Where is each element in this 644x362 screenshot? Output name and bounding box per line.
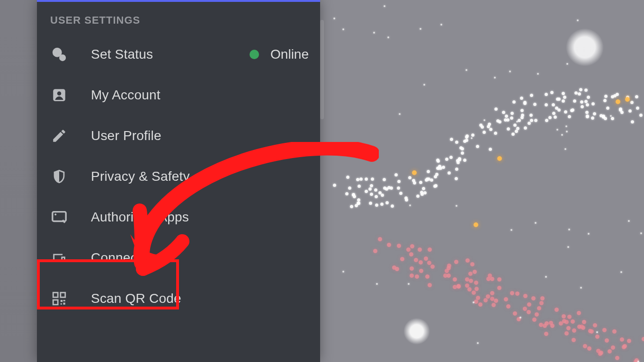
menu-item-user-profile[interactable]: User Profile bbox=[37, 115, 320, 156]
svg-rect-9 bbox=[61, 300, 63, 302]
menu-item-label: Authorized Apps bbox=[91, 210, 189, 225]
menu-item-authorized-apps[interactable]: Authorized Apps bbox=[37, 197, 320, 238]
menu-item-label: Scan QR Code bbox=[91, 291, 181, 306]
online-dot-icon bbox=[250, 50, 259, 59]
qr-icon bbox=[50, 290, 68, 308]
menu-item-label: My Account bbox=[91, 88, 161, 103]
svg-rect-6 bbox=[53, 292, 58, 297]
devices-icon bbox=[50, 249, 68, 267]
status-indicator: Online bbox=[250, 47, 309, 62]
pencil-icon bbox=[50, 127, 68, 145]
menu-item-privacy-safety[interactable]: Privacy & Safety bbox=[37, 156, 320, 197]
settings-menu: Set Status Online My Account User Profil… bbox=[37, 34, 320, 319]
status-icon bbox=[50, 45, 68, 63]
menu-item-my-account[interactable]: My Account bbox=[37, 75, 320, 115]
left-sliver: y bbox=[0, 0, 37, 362]
shield-icon bbox=[50, 168, 68, 185]
status-text: Online bbox=[270, 47, 309, 62]
menu-item-label: Connections bbox=[91, 250, 166, 265]
svg-point-1 bbox=[59, 54, 66, 61]
menu-item-connections[interactable]: Connections bbox=[37, 238, 320, 278]
svg-point-5 bbox=[54, 213, 56, 215]
apps-icon bbox=[50, 208, 68, 226]
menu-item-set-status[interactable]: Set Status Online bbox=[37, 34, 320, 75]
svg-rect-12 bbox=[61, 303, 62, 305]
account-icon bbox=[50, 86, 68, 104]
svg-rect-11 bbox=[63, 300, 65, 301]
svg-rect-4 bbox=[53, 212, 66, 221]
user-settings-panel: USER SETTINGS Set Status Online My Accou… bbox=[37, 0, 320, 362]
menu-item-label: User Profile bbox=[91, 128, 161, 143]
svg-rect-7 bbox=[61, 292, 65, 297]
menu-item-label: Set Status bbox=[91, 47, 153, 62]
svg-rect-10 bbox=[63, 303, 65, 305]
svg-point-3 bbox=[57, 91, 62, 96]
panel-header: USER SETTINGS bbox=[37, 2, 320, 34]
menu-item-label: Privacy & Safety bbox=[91, 169, 190, 184]
svg-rect-8 bbox=[53, 300, 58, 305]
scrollbar[interactable] bbox=[320, 20, 324, 119]
menu-item-scan-qr[interactable]: Scan QR Code bbox=[37, 278, 320, 319]
